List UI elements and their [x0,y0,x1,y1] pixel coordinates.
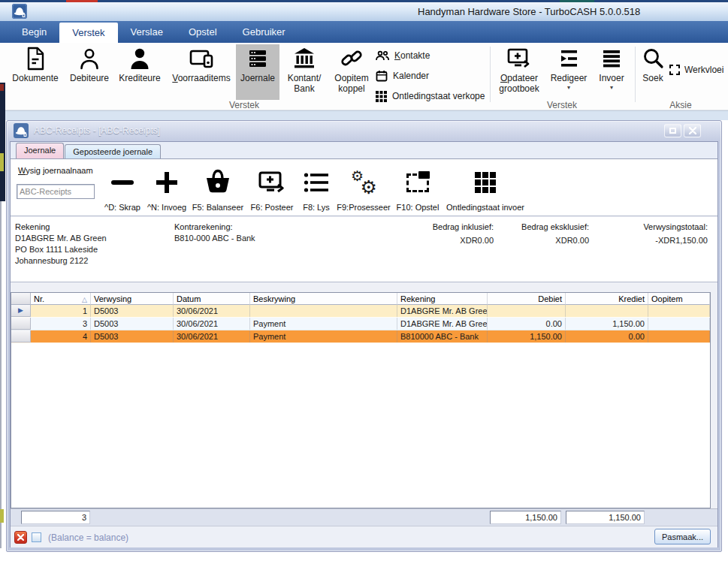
tab-geposteerde-joernale[interactable]: Geposteerde joernale [65,144,161,158]
opstel-button[interactable]: F10: Opstel [395,162,440,213]
col-header-rekening[interactable]: Rekening [397,293,488,305]
skrap-button[interactable]: ^D: Skrap [101,162,144,213]
journal-window: ABC-Receipts - [ABC-Receipts] Joernale G… [6,120,722,552]
balance-checkbox[interactable] [32,532,41,542]
invoer-button[interactable]: Invoer ▾ [592,44,631,100]
werkvloei-button[interactable]: Werkvloei [669,65,723,75]
cell-rekening[interactable]: D1ABGRE Mr. AB Green [397,318,488,330]
menu-tab-verstek[interactable]: Verstek [59,23,117,43]
rekening-line: Johannesburg 2122 [15,255,107,267]
verwysingstotaal-value: -XDR1,150.00 [643,235,708,246]
col-header-nr[interactable]: Nr.△ [31,293,91,305]
kontant-bank-button[interactable]: Kontant/Bank [281,44,328,100]
kontrarekening-value: B810-000 ABC - Bank [174,233,255,244]
current-row-pointer-icon: ▶ [18,305,23,317]
menu-tab-verslae[interactable]: Verslae [118,21,176,43]
menu-tab-begin[interactable]: Begin [9,21,59,43]
joernale-button[interactable]: Joernale [236,44,279,100]
cell-krediet[interactable] [566,305,648,317]
col-header-verwysing[interactable]: Verwysing [91,293,174,305]
cell-beskrywing[interactable]: Payment [250,318,397,330]
col-header-beskrywing[interactable]: Beskrywing [250,293,397,305]
redigeer-button[interactable]: Redigeer ▾ [547,44,591,100]
table-row[interactable]: ▶ 1 D5003 30/06/2021 D1ABGRE Mr. AB Gree… [11,305,710,318]
ribbon: Dokumente Debiteure Krediteure Voorraadi… [0,43,728,110]
table-row[interactable]: 4 D5003 30/06/2021 Payment B810000 ABC -… [11,330,710,343]
document-icon [24,44,47,73]
oopitem-koppel-button[interactable]: Oopitemkoppel [329,44,374,100]
posteer-button[interactable]: F6: Posteer [248,162,296,213]
grid-icon [376,91,387,102]
opdateer-grootboek-button[interactable]: Opdateergrootboek [493,44,545,100]
close-button[interactable] [684,124,701,137]
update-ledger-icon [506,44,532,73]
cell-debiet[interactable] [488,305,566,317]
cell-krediet[interactable]: 1,150.00 [566,318,648,330]
ontledingstaat-verkope-button[interactable]: Ontledingstaat verkope [376,87,485,105]
cell-nr[interactable]: 4 [31,330,91,342]
balanseer-button[interactable]: F5: Balanseer [191,162,245,213]
maximize-button[interactable] [664,124,681,137]
cell-oopitem[interactable] [648,330,710,342]
cell-rekening[interactable]: B810000 ABC - Bank [397,330,488,342]
invoeg-button[interactable]: ^N: Invoeg [144,162,189,213]
kalender-button[interactable]: Kalender [376,67,429,85]
verwysingstotaal-block: Verwysingstotaal: -XDR1,150.00 [643,222,708,246]
row-selector[interactable] [11,318,31,330]
col-header-oopitem[interactable]: Oopitem [648,293,710,305]
row-selector[interactable] [11,330,31,342]
cell-datum[interactable]: 30/06/2021 [174,330,250,342]
cell-verwysing[interactable]: D5003 [91,318,174,330]
transactions-grid: Nr.△ Verwysing Datum Beskrywing Rekening… [11,292,711,508]
cell-debiet[interactable]: 1,150.00 [488,330,566,342]
cell-verwysing[interactable]: D5003 [91,330,174,342]
cell-oopitem[interactable] [648,318,710,330]
col-header-datum[interactable]: Datum [174,293,250,305]
minus-icon [111,162,134,203]
cell-beskrywing[interactable]: Payment [250,330,397,342]
kontrarekening-block: Kontrarekening: B810-000 ABC - Bank [174,222,255,244]
row-selector-header [11,293,31,305]
tab-joernale[interactable]: Joernale [16,143,64,158]
debiteure-button[interactable]: Debiteure [65,44,114,100]
cell-nr[interactable]: 3 [31,318,91,330]
cell-debiet[interactable]: 0.00 [488,318,566,330]
status-message: (Balance = balance) [48,532,128,543]
cell-datum[interactable]: 30/06/2021 [174,318,250,330]
kontakte-button[interactable]: Kontakte [376,47,430,65]
ontledingstaat-invoer-button[interactable]: Ontledingstaat invoer [442,162,529,213]
journal-window-titlebar: ABC-Receipts - [ABC-Receipts] [7,121,721,141]
col-header-krediet[interactable]: Krediet [566,293,648,305]
menu-tab-opstel[interactable]: Opstel [176,21,230,43]
rekening-block: Rekening D1ABGRE Mr. AB Green PO Box 111… [15,222,107,267]
col-header-debiet[interactable]: Debiet [488,293,566,305]
close-icon [689,127,696,134]
journal-window-title: ABC-Receipts - [ABC-Receipts] [34,125,160,136]
table-row[interactable]: 3 D5003 30/06/2021 Payment D1ABGRE Mr. A… [11,318,710,330]
prosesseer-button[interactable]: ⚙⚙ F9:Prosesseer [335,162,392,213]
cell-oopitem[interactable] [648,305,710,317]
cell-krediet[interactable]: 0.00 [566,330,648,342]
row-selector[interactable]: ▶ [11,305,31,317]
window-title: Handyman Hardware Store - TurboCASH 5.0.… [418,6,640,17]
contacts-icon [376,50,389,61]
soek-button[interactable]: Soek [637,44,669,100]
cell-nr[interactable]: 1 [31,305,91,317]
journal-name-input[interactable] [17,184,95,199]
menu-tab-gebruiker[interactable]: Gebruiker [230,21,298,43]
gears-icon: ⚙⚙ [350,162,377,203]
cell-verwysing[interactable]: D5003 [91,305,174,317]
krediteure-button[interactable]: Krediteure [114,44,165,100]
cell-beskrywing[interactable] [250,305,397,317]
pasmaak-button[interactable]: Pasmaak... [654,529,711,544]
dokumente-button[interactable]: Dokumente [9,44,62,100]
cell-datum[interactable]: 30/06/2021 [174,305,250,317]
lys-button[interactable]: F8: Lys [299,162,334,213]
background-window-edge [0,509,4,523]
account-info-panel: Rekening D1ABGRE Mr. AB Green PO Box 111… [11,217,717,282]
bedrag-inklusief-value: XDR0.00 [433,235,494,246]
voorraaditems-button[interactable]: Voorraaditems [167,44,236,100]
menu-tab-bar: Begin Verstek Verslae Opstel Gebruiker [0,21,728,43]
cell-rekening[interactable]: D1ABGRE Mr. AB Green [397,305,488,317]
sort-ascending-icon: △ [82,294,87,305]
